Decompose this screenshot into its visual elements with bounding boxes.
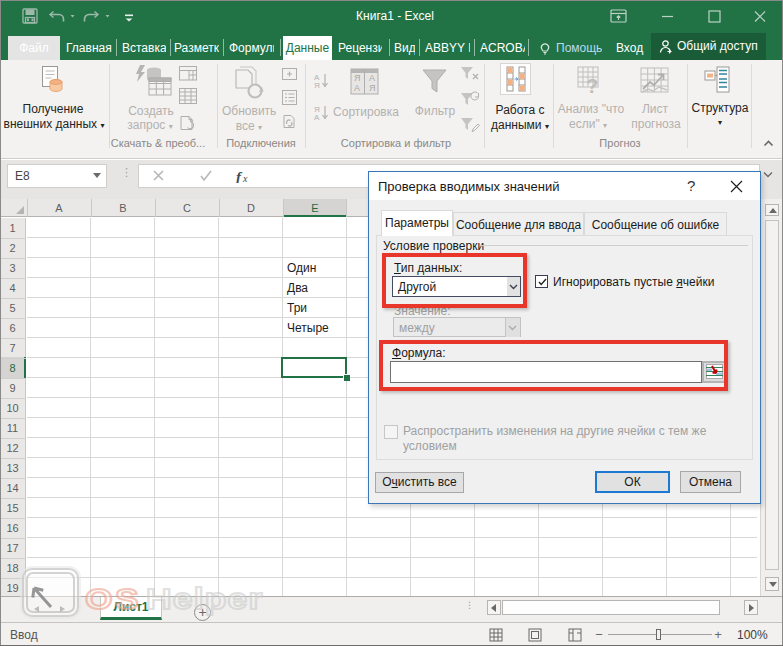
svg-text:x: x xyxy=(242,173,248,183)
svg-text:Я: Я xyxy=(314,81,320,90)
svg-text:?: ? xyxy=(586,75,598,95)
svg-text:f: f xyxy=(236,170,243,183)
svg-text:А: А xyxy=(354,83,360,93)
svg-text:А: А xyxy=(314,113,320,122)
svg-text:А: А xyxy=(369,73,375,83)
svg-text:Я: Я xyxy=(354,73,361,83)
svg-text:Я: Я xyxy=(369,83,376,93)
